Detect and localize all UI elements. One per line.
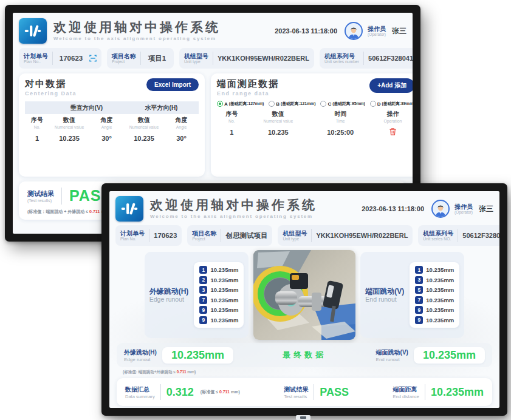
radio-a-detail: (基础距离:127mm) (229, 101, 264, 107)
item-number-badge: 9 (199, 316, 207, 324)
final-end-label: 端面跳动(V) (376, 348, 408, 357)
edge-runout-label-block: 外缘跳动(H) Edge runout (149, 287, 189, 303)
divider (149, 229, 149, 242)
test-results-value: PASS (320, 386, 349, 399)
datetime: 2023-06-13 11:18:00 (275, 27, 337, 35)
radio-option-d[interactable]: D (基础距离:89mm) (370, 101, 413, 107)
col-header-h-angle-en: Angle (164, 125, 199, 129)
project-sublabel: Project (192, 237, 216, 241)
list-item: 310.235mm (199, 286, 238, 294)
row-no: 1 (25, 130, 49, 146)
col-header-time-en: Time (310, 119, 371, 123)
list-item: 110.235mm (415, 266, 454, 274)
add-button[interactable]: +Add 添加 (369, 78, 413, 93)
brand-logo-glyph (120, 200, 139, 217)
row-h-angle: 30° (164, 130, 199, 146)
col-header-no: 序号 No. (25, 114, 49, 130)
centering-data-card: 对中数据 Centering Data Excel Import 垂直方向(V)… (19, 73, 205, 177)
col-header-no-en: No. (217, 119, 247, 123)
radio-c-label: C (328, 101, 331, 107)
unit-type-field[interactable]: 机组型号 Unit type YKK1KOH95EWH/R022BERL (278, 225, 413, 246)
data-summary-bar: 数据汇总 Data summary 0.312 (标准值 ≤ 0.711 mm)… (117, 378, 492, 406)
centering-title-block: 对中数据 Centering Data (25, 78, 77, 97)
data-summary-value: 0.312 (166, 386, 194, 399)
test-results-label: 测试结果 (27, 189, 54, 198)
item-value: 10.235mm (426, 286, 454, 293)
test-results-group: 测试结果 Test results PASS (284, 384, 349, 400)
radio-option-a[interactable]: A (基础距离:127mm) (217, 101, 264, 107)
plan-no-label: 计划单号 (120, 230, 145, 237)
unit-series-value[interactable]: 50612F32804193 (368, 55, 413, 62)
person-icon (347, 25, 360, 39)
operator-avatar[interactable] (345, 22, 363, 40)
base-distance-radio-group: A (基础距离:127mm) B (基础距离:121mm) C (基础距离:95… (217, 101, 413, 107)
col-header-h-value-en: Numerical value (124, 125, 164, 129)
radio-d-detail: (基础距离:89mm) (382, 101, 413, 107)
end-runout-label-block: 端面跳动(V) End runout (365, 287, 404, 303)
radio-c-detail: (基础距离:95mm) (332, 101, 365, 107)
final-edge-sublabel: Edge runout (124, 357, 157, 362)
scan-icon[interactable] (89, 55, 97, 62)
plan-no-field[interactable]: 计划单号 Plan No. 170623 (115, 225, 182, 246)
operator-label: 操作员 (454, 203, 473, 210)
plan-no-label-block: 计划单号 Plan No. (120, 230, 145, 241)
project-label: 项目名称 (192, 230, 216, 237)
form-fields-row: 计划单号 Plan No. 170623 项目名称 Project 创思测试项目 (115, 225, 493, 246)
col-header-no-en: No. (25, 125, 49, 129)
unit-type-label-block: 机组型号 Unit type (184, 53, 208, 64)
plan-no-sublabel: Plan No.. (24, 59, 48, 64)
unit-series-field[interactable]: 机组系列号 Unit series number 50612F32804193 (320, 48, 413, 69)
project-field[interactable]: 项目名称 Project 创思测试项目 (187, 225, 272, 246)
project-label-block: 项目名称 Project (112, 53, 136, 64)
brand-logo-glyph (23, 22, 43, 39)
unit-type-field[interactable]: 机组型号 Unit type YKK1KOH95EWH/R022BERL (179, 48, 314, 69)
project-value[interactable]: 创思测试项目 (225, 231, 267, 240)
item-number-badge: 9 (199, 306, 207, 314)
final-edge-label: 外缘跳动(H) (124, 348, 157, 357)
table-row: 1 10.235 10:25:00 (217, 124, 413, 140)
unit-type-label: 机组型号 (184, 53, 208, 59)
data-summary-note-suffix: mm) (230, 390, 240, 394)
radio-option-b[interactable]: B (基础距离:121mm) (269, 101, 315, 107)
unit-type-value[interactable]: YKK1KOH95EWH/R022BERL (316, 232, 408, 239)
end-runout-panel: 端面跳动(V) End runout 110.235mm 310.235mm 5… (360, 252, 464, 338)
radio-option-c[interactable]: C (基础距离:95mm) (320, 101, 365, 107)
radio-icon (320, 101, 326, 107)
data-summary-note-value: 0.711 (219, 390, 230, 394)
operator-avatar[interactable] (431, 200, 450, 218)
col-header-operation-zh: 操作 (371, 110, 413, 118)
plan-no-value[interactable]: 170623 (154, 232, 177, 239)
excel-import-button[interactable]: Excel Import (146, 78, 199, 91)
edge-runout-label: 外缘跳动(H) (149, 287, 189, 296)
unit-series-field[interactable]: 机组系列号 Unit series NO. 50612F32804193 (418, 225, 499, 246)
page-subtitle: Welcome to the axis alignment operating … (150, 214, 317, 219)
trash-icon[interactable] (389, 127, 397, 136)
list-item: 310.235mm (415, 276, 454, 284)
list-item: 910.235mm (415, 316, 454, 324)
title-block: 欢迎使用轴对中操作系统 Welcome to the axis alignmen… (150, 198, 317, 219)
page-subtitle: Welcome to the axis alignment operating … (53, 36, 221, 41)
col-header-value: 数值 Numerical value (247, 108, 310, 124)
plan-no-value[interactable]: 170623 (57, 55, 85, 62)
col-header-h-value: 数值 Numerical value (124, 114, 164, 130)
test-results-label-block: 测试结果 (Test results) (27, 189, 54, 203)
end-range-table: 序号 No. 数值 Numerical value 时间 Time (217, 108, 413, 140)
standard-note-prefix: (标准值：端面跳动 + 外缘跳动 ≤ (27, 209, 89, 214)
item-value: 10.235mm (210, 286, 238, 293)
project-value[interactable]: 项目1 (145, 54, 169, 63)
operator-sublabel: (Operator) (368, 32, 386, 36)
plan-no-field[interactable]: 计划单号 Plan No.. 170623 (19, 48, 101, 69)
test-results-sublabel: (Test results) (27, 198, 54, 203)
final-edge-value: 10.235mm (162, 347, 233, 364)
title-block: 欢迎使用轴对中操作系统 Welcome to the axis alignmen… (53, 20, 221, 41)
project-field[interactable]: 项目名称 Project 项目1 (107, 48, 174, 69)
unit-series-label: 机组系列号 (324, 53, 359, 59)
end-range-subtitle: End range data (217, 90, 279, 97)
unit-type-value[interactable]: YKK1KOH95EWH/R022BERL (218, 55, 309, 62)
divider (52, 52, 53, 65)
item-value: 10.235mm (210, 277, 238, 283)
unit-series-value[interactable]: 50612F32804193 (462, 232, 499, 239)
table-row: 1 10.235 30° 10.235 30° (25, 130, 199, 146)
unit-series-label: 机组系列号 (423, 230, 453, 237)
item-value: 10.235mm (210, 266, 238, 273)
